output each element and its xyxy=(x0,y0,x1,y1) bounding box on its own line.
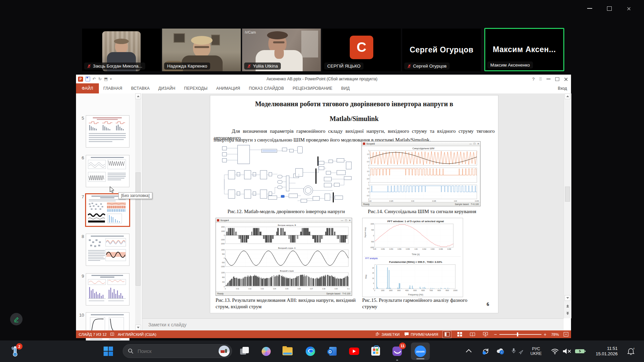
microsoft-store-button[interactable] xyxy=(369,345,382,358)
comments-toggle-button[interactable]: ПРИМЕЧАНИЯ xyxy=(404,332,438,336)
svg-text:500: 500 xyxy=(371,229,374,231)
slide-thumbnail-5[interactable]: 5 xyxy=(79,115,129,148)
tray-update-icon[interactable] xyxy=(479,345,492,358)
ppt-close-button[interactable] xyxy=(564,77,568,81)
tray-wifi[interactable] xyxy=(550,345,560,358)
participant-tile[interactable]: Заєць Богдан Микола... xyxy=(82,29,161,71)
reading-view-button[interactable] xyxy=(468,331,477,338)
zoom-slider-knob[interactable] xyxy=(517,332,518,336)
task-view-button[interactable] xyxy=(238,345,251,358)
scroll-down-button[interactable] xyxy=(565,295,570,301)
notes-pane[interactable]: Заметки к слайду xyxy=(142,318,564,330)
redo-button[interactable]: ↻ xyxy=(98,77,102,81)
microsoft-store-icon xyxy=(371,347,380,356)
tray-notifications[interactable]: z xyxy=(624,345,638,358)
caption-fig14[interactable]: Рис.14. Синусоїдальна ШІМ та сигнали кер… xyxy=(362,208,482,215)
fit-to-window-button[interactable] xyxy=(564,332,568,336)
save-button[interactable] xyxy=(85,77,90,81)
viber-button[interactable]: 11 xyxy=(390,345,404,358)
figure-simulink-model[interactable] xyxy=(218,143,354,206)
normal-view-button[interactable] xyxy=(443,331,451,338)
svg-text:Вихідний струм, А: Вихідний струм, А xyxy=(278,247,296,249)
ppt-restore-button[interactable] xyxy=(555,77,559,81)
figure-scope-pwm-window[interactable]: Scope8 —☐✕ Синусоїдальна ШІМ 10.50-0.5-1… xyxy=(362,141,481,206)
ribbon-display-options-button[interactable]: ⍐ xyxy=(539,77,542,81)
slide-thumbnail-6[interactable]: 6 xyxy=(79,155,129,187)
scrollbar-thumb[interactable] xyxy=(136,172,141,286)
tray-language-switcher[interactable]: РУСUKRE xyxy=(527,345,545,358)
file-explorer-button[interactable] xyxy=(281,345,294,358)
zoom-maximize-button[interactable] xyxy=(604,4,615,13)
thumbnail-pane-scrollbar[interactable] xyxy=(135,93,141,330)
participant-tile[interactable]: iVCam Yuliia Utkina xyxy=(242,29,321,71)
outlook-button[interactable]: O xyxy=(325,345,339,358)
weather-widget[interactable]: 2 xyxy=(8,345,22,358)
scrollbar-thumb[interactable] xyxy=(565,187,570,202)
tab-insert[interactable]: ВСТАВКА xyxy=(127,83,154,93)
spellcheck-icon[interactable] xyxy=(110,332,114,336)
participant-tile-active-speaker[interactable]: Максим Аксен... Максим Аксененко xyxy=(484,28,564,71)
caption-fig15[interactable]: Рис.15. Результати гармонійного аналізу … xyxy=(362,297,473,310)
slide-thumbnail-9[interactable]: 9 xyxy=(79,273,129,306)
tab-home[interactable]: ГЛАВНАЯ xyxy=(99,83,126,93)
tray-battery[interactable] xyxy=(573,345,588,358)
zoom-slider[interactable] xyxy=(499,334,541,335)
slide-thumbnail-8[interactable]: 8 xyxy=(79,234,129,266)
slide-editing-area[interactable]: Моделювання роботи тягового дворівневого… xyxy=(142,93,564,318)
slide-counter[interactable]: СЛАЙД 7 ИЗ 12 xyxy=(79,332,107,336)
tray-show-hidden-icons[interactable] xyxy=(463,345,476,358)
tab-design[interactable]: ДИЗАЙН xyxy=(154,83,180,93)
search-input[interactable] xyxy=(137,348,215,354)
tab-view[interactable]: ВИД xyxy=(337,83,354,93)
notes-toggle-button[interactable]: ЗАМЕТКИ xyxy=(375,332,400,336)
tray-clock[interactable]: 11:5115.01.2026 xyxy=(591,345,622,358)
undo-button[interactable]: ↶ xyxy=(92,77,96,81)
edge-button[interactable] xyxy=(304,345,317,358)
tab-animations[interactable]: АНИМАЦИЯ xyxy=(212,83,244,93)
zoom-close-button[interactable] xyxy=(623,4,634,13)
tab-review[interactable]: РЕЦЕНЗИРОВАНИЕ xyxy=(288,83,337,93)
caption-fig12[interactable]: Рис.12. Matlab-модель дворівневого інвер… xyxy=(217,208,355,215)
tray-mic-location[interactable] xyxy=(510,345,525,358)
tab-slideshow[interactable]: ПОКАЗ СЛАЙДОВ xyxy=(244,83,288,93)
copilot-button[interactable] xyxy=(259,345,273,358)
svg-text:0.07: 0.07 xyxy=(310,288,313,290)
slide-title-line2[interactable]: Matlab/Simulink xyxy=(210,115,498,123)
sign-in-link[interactable]: Вход xyxy=(554,83,571,93)
zoom-app-button-active[interactable]: zoom xyxy=(411,343,430,360)
tray-onedrive-icon[interactable]: i xyxy=(494,345,507,358)
participant-tile[interactable]: Надежда Карпенко xyxy=(162,29,241,71)
scroll-down-button[interactable] xyxy=(135,325,141,330)
zoom-minimize-button[interactable] xyxy=(584,4,595,13)
slideshow-view-button[interactable] xyxy=(481,331,489,338)
tab-transitions[interactable]: ПЕРЕХОДЫ xyxy=(180,83,212,93)
start-slideshow-button[interactable]: ⬒ xyxy=(104,77,108,81)
slide-title-line1[interactable]: Моделювання роботи тягового дворівневого… xyxy=(210,100,498,108)
participant-tile[interactable]: Сергей Огурцов Сергей Огурцов xyxy=(402,29,481,71)
slide-canvas[interactable]: Моделювання роботи тягового дворівневого… xyxy=(210,95,498,313)
ppt-minimize-button[interactable] xyxy=(546,79,551,79)
tab-file[interactable]: ФАЙЛ xyxy=(76,83,99,93)
previous-slide-button[interactable] xyxy=(565,303,570,309)
annotate-pencil-button[interactable] xyxy=(10,313,23,325)
caption-fig13[interactable]: Рис.13. Результати моделювання АІН: вихі… xyxy=(216,297,360,310)
help-button[interactable]: ? xyxy=(532,77,535,81)
slide-sorter-view-button[interactable] xyxy=(456,331,464,338)
participant-tile[interactable]: C СЕРГІЙ ЯЦЬКО xyxy=(322,29,401,71)
scroll-up-button[interactable] xyxy=(565,93,570,99)
figure-scope4-window[interactable]: Scope4 —☐✕ Вихідна напруга, ВВихідний ст… xyxy=(216,218,352,296)
tray-volume-muted[interactable] xyxy=(561,345,572,358)
zoom-percentage[interactable]: 78% xyxy=(551,332,559,336)
zoom-in-button[interactable]: + xyxy=(544,333,546,336)
search-box[interactable] xyxy=(123,344,232,358)
search-highlight-image[interactable] xyxy=(219,346,230,357)
youtube-button[interactable] xyxy=(347,345,361,358)
figure-fft-analysis[interactable]: FFT window: 1 of 5 cycles of selected si… xyxy=(362,218,463,297)
zoom-out-button[interactable]: − xyxy=(494,333,497,336)
slide-thumbnail-10[interactable]: 10 xyxy=(79,312,129,345)
proofing-language[interactable]: АНГЛИЙСКИЙ (США) xyxy=(118,332,156,336)
slide-area-scrollbar[interactable] xyxy=(564,93,571,318)
next-slide-button[interactable] xyxy=(565,311,570,316)
start-button[interactable] xyxy=(102,345,115,358)
scroll-up-button[interactable] xyxy=(135,93,141,99)
